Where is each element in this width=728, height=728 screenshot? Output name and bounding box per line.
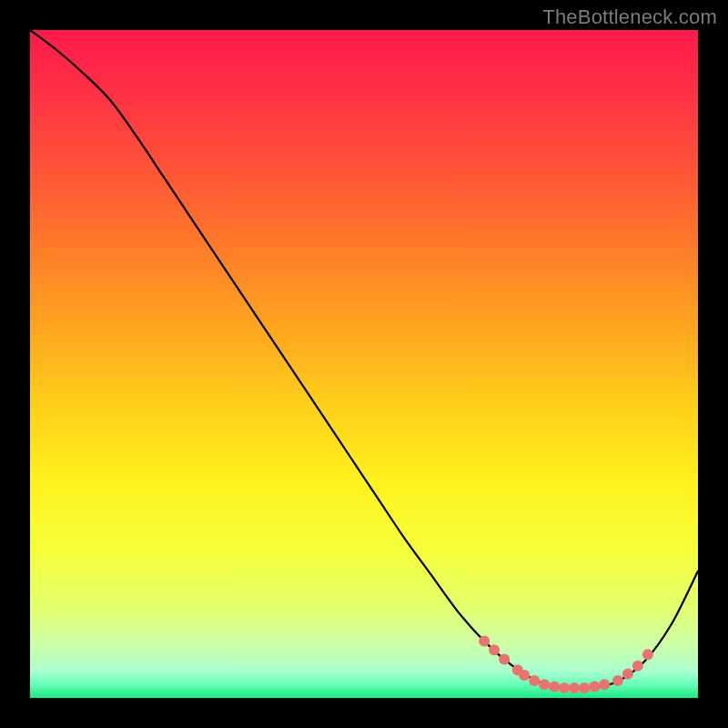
marker-group <box>479 636 653 693</box>
bottleneck-curve <box>30 30 698 689</box>
curve-marker <box>569 682 580 693</box>
curve-marker <box>612 675 623 686</box>
plot-area <box>30 30 698 698</box>
curve-marker <box>599 679 610 690</box>
curve-marker <box>559 682 570 693</box>
curve-marker <box>579 682 590 693</box>
curve-marker <box>622 669 633 680</box>
curve-marker <box>632 661 643 672</box>
curve-marker <box>642 649 653 660</box>
curve-marker <box>529 675 540 686</box>
curve-marker <box>489 644 500 655</box>
curve-marker <box>589 682 600 693</box>
watermark-text: TheBottleneck.com <box>542 5 717 29</box>
curve-layer <box>30 30 698 698</box>
curve-marker <box>549 682 560 693</box>
curve-marker <box>539 679 550 690</box>
curve-marker <box>499 653 510 664</box>
curve-marker <box>519 670 530 681</box>
curve-marker <box>479 636 490 647</box>
chart-stage: TheBottleneck.com <box>0 0 728 728</box>
